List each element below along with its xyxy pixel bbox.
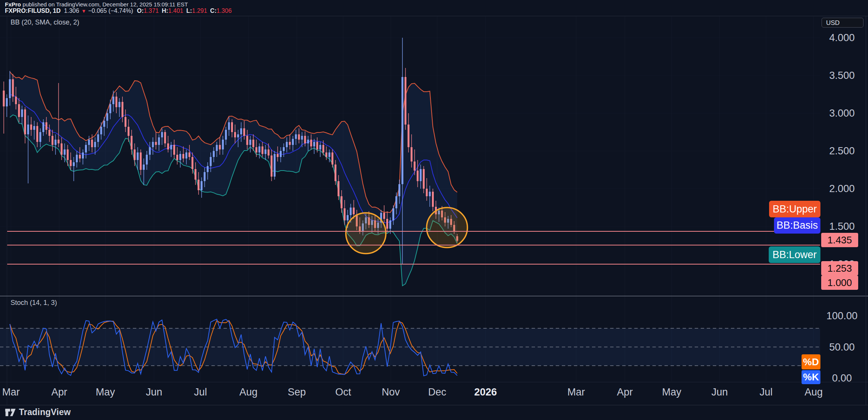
time-axis-label: May — [96, 386, 115, 398]
currency-usd-button[interactable]: USD — [822, 18, 863, 28]
price-axis-label: 2.000 — [823, 183, 861, 195]
time-axis-label: Apr — [617, 386, 633, 398]
stoch-pane[interactable] — [0, 319, 820, 376]
bb-lower-badge: BB:Lower — [769, 246, 820, 263]
time-axis-label: May — [662, 386, 681, 398]
tradingview-logo[interactable]: TradingView — [5, 407, 71, 417]
time-axis-label: Mar — [2, 386, 20, 398]
price-axis-label: 4.000 — [823, 32, 861, 44]
chart-canvas[interactable] — [0, 0, 868, 420]
low-value: 1.291 — [192, 8, 207, 14]
bb-basis-badge: BB:Basis — [774, 217, 820, 234]
high-label: H: — [162, 8, 168, 14]
price-level-badge-1253: 1.253 — [821, 261, 858, 275]
close-label: C: — [210, 8, 217, 14]
time-axis-label: Dec — [428, 386, 446, 398]
symbol-title: FXPRO:FILUSD, 1D — [5, 8, 61, 14]
time-axis-label: Jul — [760, 386, 773, 398]
publisher-name: FxPro — [5, 1, 21, 8]
tradingview-logo-icon — [5, 408, 16, 417]
high-value: 1.401 — [168, 8, 183, 14]
symbol-status-line: FXPRO:FILUSD, 1D1.306▼−0.065 (−4.74%)O:1… — [5, 7, 235, 15]
price-axis-label: 3.500 — [823, 69, 861, 82]
time-axis-label: Oct — [335, 386, 351, 398]
price-change: −0.065 (−4.74%) — [88, 8, 133, 14]
stoch-axis-label: 100.00 — [823, 310, 861, 322]
stoch-k-badge: %K — [802, 370, 820, 384]
price-level-badge-1000: 1.000 — [821, 275, 858, 290]
attribution-line: FxPro published on TradingView.com, Dece… — [5, 1, 188, 8]
price-axis-label: 1.500 — [823, 220, 861, 232]
price-level-badge-1435: 1.435 — [821, 233, 858, 247]
time-axis-label: Aug — [239, 386, 257, 398]
open-label: O: — [137, 8, 144, 14]
bb-upper-badge: BB:Upper — [769, 201, 820, 217]
time-axis-label: Mar — [567, 386, 585, 398]
open-value: 1.371 — [143, 8, 159, 14]
time-axis-label: 2026 — [474, 386, 497, 398]
close-value: 1.306 — [217, 8, 232, 14]
time-axis-label: Jun — [711, 386, 728, 398]
tradingview-logo-text: TradingView — [19, 407, 71, 417]
time-axis-label: Nov — [382, 386, 400, 398]
stoch-indicator-label[interactable]: Stoch (14, 1, 3) — [11, 299, 57, 307]
time-axis-label: Sep — [288, 386, 306, 398]
price-axis-label: 2.500 — [823, 145, 861, 157]
last-price: 1.306 — [64, 8, 79, 14]
stoch-d-badge: %D — [802, 354, 820, 369]
price-scale[interactable]: 4.0003.5003.0002.5002.0001.5001.000100.0… — [820, 16, 868, 381]
tradingview-snapshot: { "header": { "attribution_bold": "FxPro… — [0, 0, 868, 420]
low-label: L: — [186, 8, 192, 14]
attribution-text: published on TradingView.com, December 1… — [21, 1, 188, 8]
stoch-axis-label: 50.00 — [823, 341, 861, 353]
down-triangle-icon: ▼ — [82, 8, 86, 14]
price-axis-label: 3.000 — [823, 107, 861, 119]
time-axis-label: Apr — [51, 386, 67, 398]
time-axis-label: Jun — [146, 386, 162, 398]
time-axis-label: Aug — [805, 386, 823, 398]
price-pane[interactable] — [3, 38, 468, 286]
bb-indicator-label[interactable]: BB (20, SMA, close, 2) — [11, 18, 79, 26]
time-axis-label: Jul — [194, 386, 207, 398]
time-scale[interactable]: MarAprMayJunJulAugSepOctNovDec2026MarApr… — [0, 382, 868, 405]
